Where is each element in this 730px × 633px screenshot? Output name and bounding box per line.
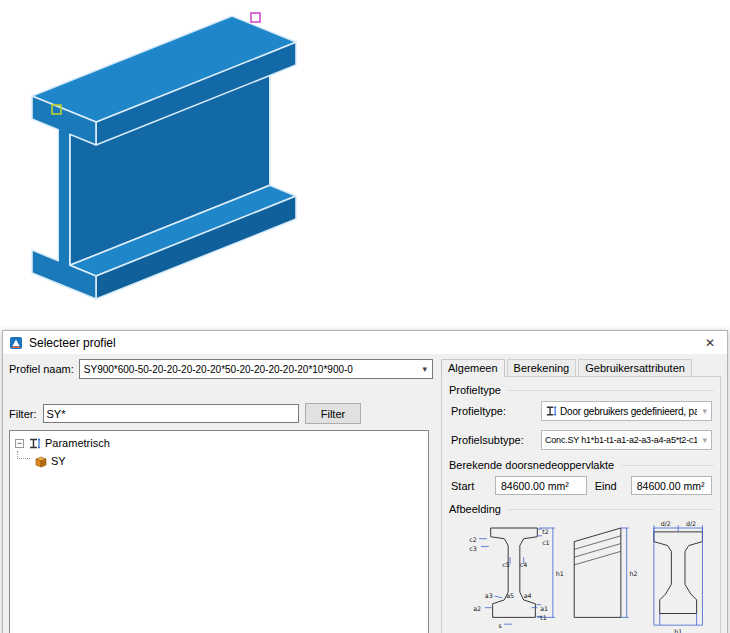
profile-cube-icon (34, 455, 47, 468)
left-panel: Profiel naam: SY900*600-50-20-20-20-20-2… (9, 359, 433, 633)
profile-name-combobox[interactable]: SY900*600-50-20-20-20-20-20*50-20-20-20-… (79, 359, 433, 379)
tab-page-algemeen: Profieltype Profieltype: Door gebruikers… (441, 376, 721, 633)
profieltype-combobox[interactable]: Door gebruikers gedefinieerd, parametris… (541, 401, 712, 421)
tab-gebruikersattributen[interactable]: Gebruikersattributen (578, 359, 692, 376)
profielsubtype-row: Profielsubtype: Conc.SY h1*b1-t1-a1-a2-a… (451, 430, 712, 450)
profile-tree[interactable]: − Parametrisch SY (9, 430, 429, 633)
group-title-doorsnede: Berekende doorsnedeoppervlakte (449, 459, 714, 471)
profile-name-row: Profiel naam: SY900*600-50-20-20-20-20-2… (9, 359, 433, 379)
close-button[interactable]: ✕ (693, 331, 727, 354)
svg-text:c5: c5 (502, 561, 509, 568)
tab-berekening[interactable]: Berekening (507, 359, 577, 376)
chevron-down-icon: ▾ (700, 435, 709, 445)
tab-strip: Algemeen Berekening Gebruikersattributen (441, 359, 721, 376)
svg-text:t2: t2 (542, 528, 548, 535)
svg-text:c2: c2 (469, 536, 476, 543)
group-title-afbeelding: Afbeelding (449, 503, 714, 515)
dialog-title: Selecteer profiel (29, 336, 116, 350)
filter-input[interactable] (43, 404, 300, 423)
svg-text:c3: c3 (469, 545, 476, 552)
profile-name-label: Profiel naam: (9, 363, 74, 375)
svg-text:h2: h2 (630, 570, 638, 577)
profile-name-value: SY900*600-50-20-20-20-20-20*50-20-20-20-… (84, 364, 420, 375)
start-area-field[interactable]: 84600.00 mm² (495, 476, 587, 495)
right-panel: Algemeen Berekening Gebruikersattributen… (441, 359, 721, 633)
svg-text:h1: h1 (556, 570, 564, 577)
cross-section-outline (491, 528, 538, 617)
svg-text:c4: c4 (520, 561, 527, 568)
parametric-profile-icon (545, 405, 557, 417)
eind-label: Eind (595, 480, 625, 492)
profielsubtype-value: Conc.SY h1*b1-t1-a1-a2-a3-a4-a5*t2-c1-c2… (545, 435, 697, 445)
svg-text:t1: t1 (540, 614, 546, 621)
tree-item-sy[interactable]: SY (34, 452, 426, 470)
filter-button[interactable]: Filter (305, 403, 361, 424)
dialog-titlebar[interactable]: Selecteer profiel ✕ (3, 331, 727, 354)
svg-text:b1: b1 (674, 628, 682, 633)
svg-text:c1: c1 (542, 540, 549, 547)
profieltype-row: Profieltype: Door gebruikers gedefinieer… (451, 401, 712, 421)
eind-area-field[interactable]: 84600.00 mm² (631, 476, 712, 495)
chevron-down-icon: ▾ (419, 364, 430, 374)
model-viewport[interactable] (0, 0, 340, 326)
tree-item-parametrisch[interactable]: − Parametrisch (12, 434, 426, 452)
svg-text:a3: a3 (485, 592, 493, 599)
svg-text:s: s (498, 622, 501, 629)
svg-text:a1: a1 (540, 605, 548, 612)
dialog-body: Profiel naam: SY900*600-50-20-20-20-20-2… (3, 354, 727, 633)
area-row: Start 84600.00 mm² Eind 84600.00 mm² (451, 476, 712, 495)
app-icon (9, 336, 23, 350)
select-profile-dialog: Selecteer profiel ✕ Profiel naam: SY900*… (2, 330, 728, 633)
start-label: Start (451, 480, 489, 492)
filter-row: Filter: Filter (9, 403, 361, 424)
chevron-down-icon: ▾ (700, 406, 709, 416)
profile-diagram: t2 c1 c2 c3 c5 c4 a3 a5 a4 a2 a1 t1 s h1 (446, 520, 716, 633)
tree-item-label: SY (51, 455, 66, 467)
tree-item-label: Parametrisch (45, 437, 110, 449)
selection-handle-magenta[interactable] (251, 13, 260, 22)
profieltype-label: Profieltype: (451, 405, 537, 417)
end-section-outline (654, 532, 703, 614)
parametric-profile-icon (28, 437, 41, 450)
profieltype-value: Door gebruikers gedefinieerd, parametris… (560, 406, 697, 417)
svg-text:a4: a4 (524, 592, 532, 599)
filter-label: Filter: (9, 408, 37, 420)
svg-text:d/2: d/2 (661, 520, 671, 527)
side-elevation-outline (574, 528, 621, 617)
svg-text:a2: a2 (473, 605, 481, 612)
tab-algemeen[interactable]: Algemeen (441, 359, 505, 377)
profile-dimension-diagram: t2 c1 c2 c3 c5 c4 a3 a5 a4 a2 a1 t1 s h1 (446, 520, 718, 633)
group-title-profieltype: Profieltype (449, 384, 714, 396)
tree-connector-line (17, 451, 30, 459)
profielsubtype-label: Profielsubtype: (451, 434, 537, 446)
tree-collapse-icon[interactable]: − (15, 439, 24, 448)
svg-text:d/2: d/2 (686, 520, 696, 527)
beam-3d-model (32, 16, 296, 299)
profielsubtype-combobox[interactable]: Conc.SY h1*b1-t1-a1-a2-a3-a4-a5*t2-c1-c2… (541, 430, 712, 450)
svg-text:a5: a5 (506, 592, 514, 599)
